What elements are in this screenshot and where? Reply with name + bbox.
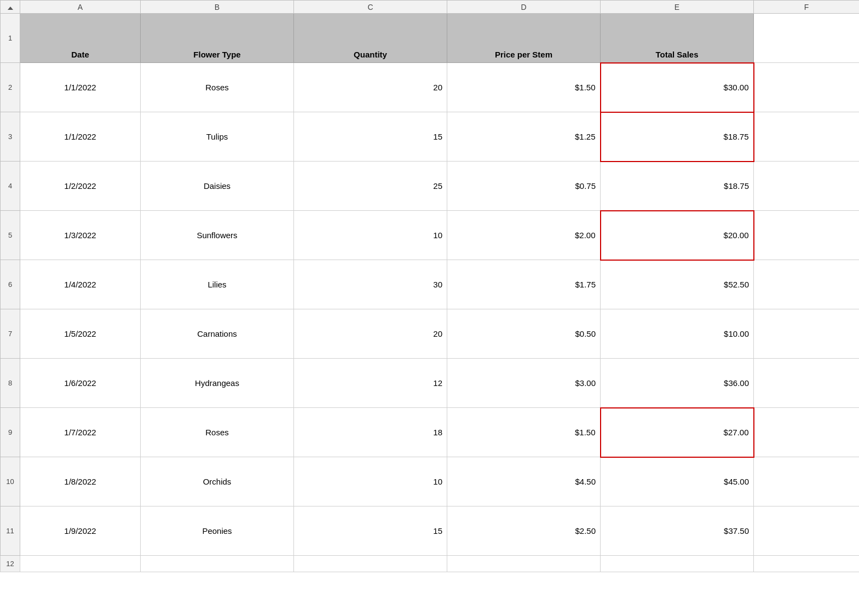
- table-row: 111/9/2022Peonies15$2.50$37.50: [1, 506, 860, 556]
- cell-col-f: [754, 162, 860, 211]
- cell-date[interactable]: 1/1/2022: [20, 112, 141, 162]
- cell-price[interactable]: $1.50: [447, 408, 601, 457]
- cell-flower-type[interactable]: Daisies: [141, 162, 294, 211]
- empty-row: 12: [1, 556, 860, 572]
- table-row: 91/7/2022Roses18$1.50$27.00: [1, 408, 860, 457]
- cell-quantity[interactable]: 20: [294, 309, 447, 359]
- cell-quantity[interactable]: 18: [294, 408, 447, 457]
- cell-price[interactable]: $2.00: [447, 211, 601, 260]
- col-b-header[interactable]: B: [141, 1, 294, 14]
- row-num-11: 11: [1, 506, 20, 556]
- header-flower-type[interactable]: Flower Type: [141, 14, 294, 63]
- cell-flower-type[interactable]: Lilies: [141, 260, 294, 309]
- table-row: 101/8/2022Orchids10$4.50$45.00: [1, 457, 860, 506]
- cell-total-sales[interactable]: $18.75: [601, 162, 754, 211]
- cell-total-sales[interactable]: $36.00: [601, 359, 754, 408]
- header-date[interactable]: Date: [20, 14, 141, 63]
- cell-price[interactable]: $2.50: [447, 506, 601, 556]
- cell-price[interactable]: $1.50: [447, 63, 601, 112]
- table-row: 51/3/2022Sunflowers10$2.00$20.00: [1, 211, 860, 260]
- cell-flower-type[interactable]: Roses: [141, 63, 294, 112]
- row-num-4: 4: [1, 162, 20, 211]
- header-col-f: [754, 14, 860, 63]
- header-quantity[interactable]: Quantity: [294, 14, 447, 63]
- row-num-8: 8: [1, 359, 20, 408]
- cell-date[interactable]: 1/1/2022: [20, 63, 141, 112]
- cell-quantity[interactable]: 20: [294, 63, 447, 112]
- cell-flower-type[interactable]: Roses: [141, 408, 294, 457]
- cell-quantity[interactable]: 10: [294, 211, 447, 260]
- cell-date[interactable]: 1/6/2022: [20, 359, 141, 408]
- spreadsheet-container: A B C D E F 1 Date Flower Type Quantity …: [0, 0, 859, 616]
- cell-col-f: [754, 211, 860, 260]
- corner-cell: [1, 1, 20, 14]
- cell-date[interactable]: 1/4/2022: [20, 260, 141, 309]
- column-header-row: A B C D E F: [1, 1, 860, 14]
- cell-total-sales[interactable]: $10.00: [601, 309, 754, 359]
- cell-total-sales[interactable]: $20.00: [601, 211, 754, 260]
- cell-price[interactable]: $4.50: [447, 457, 601, 506]
- cell-quantity[interactable]: 15: [294, 506, 447, 556]
- table-row: 21/1/2022Roses20$1.50$30.00: [1, 63, 860, 112]
- cell-flower-type[interactable]: Peonies: [141, 506, 294, 556]
- row-num-9: 9: [1, 408, 20, 457]
- row-num-6: 6: [1, 260, 20, 309]
- table-row: 81/6/2022Hydrangeas12$3.00$36.00: [1, 359, 860, 408]
- row-num-1: 1: [1, 14, 20, 63]
- cell-price[interactable]: $0.75: [447, 162, 601, 211]
- col-a-header[interactable]: A: [20, 1, 141, 14]
- cell-total-sales[interactable]: $27.00: [601, 408, 754, 457]
- cell-total-sales[interactable]: $30.00: [601, 63, 754, 112]
- col-f-header[interactable]: F: [754, 1, 860, 14]
- cell-total-sales[interactable]: $52.50: [601, 260, 754, 309]
- sort-arrow-icon: [8, 7, 13, 10]
- cell-col-f: [754, 260, 860, 309]
- col-c-header[interactable]: C: [294, 1, 447, 14]
- cell-quantity[interactable]: 15: [294, 112, 447, 162]
- cell-flower-type[interactable]: Hydrangeas: [141, 359, 294, 408]
- col-d-header[interactable]: D: [447, 1, 601, 14]
- cell-date[interactable]: 1/7/2022: [20, 408, 141, 457]
- header-total-sales[interactable]: Total Sales: [601, 14, 754, 63]
- cell-flower-type[interactable]: Tulips: [141, 112, 294, 162]
- empty-cell: [141, 556, 294, 572]
- cell-price[interactable]: $1.25: [447, 112, 601, 162]
- cell-price[interactable]: $1.75: [447, 260, 601, 309]
- spreadsheet-body: 1 Date Flower Type Quantity Price per St…: [1, 14, 860, 572]
- row-num-5: 5: [1, 211, 20, 260]
- empty-cell: [447, 556, 601, 572]
- cell-flower-type[interactable]: Orchids: [141, 457, 294, 506]
- cell-col-f: [754, 309, 860, 359]
- data-header-row: 1 Date Flower Type Quantity Price per St…: [1, 14, 860, 63]
- cell-col-f: [754, 63, 860, 112]
- cell-col-f: [754, 506, 860, 556]
- cell-date[interactable]: 1/5/2022: [20, 309, 141, 359]
- cell-quantity[interactable]: 30: [294, 260, 447, 309]
- cell-quantity[interactable]: 25: [294, 162, 447, 211]
- cell-quantity[interactable]: 12: [294, 359, 447, 408]
- table-row: 71/5/2022Carnations20$0.50$10.00: [1, 309, 860, 359]
- cell-total-sales[interactable]: $37.50: [601, 506, 754, 556]
- cell-date[interactable]: 1/3/2022: [20, 211, 141, 260]
- header-price-per-stem[interactable]: Price per Stem: [447, 14, 601, 63]
- cell-price[interactable]: $0.50: [447, 309, 601, 359]
- cell-flower-type[interactable]: Carnations: [141, 309, 294, 359]
- cell-price[interactable]: $3.00: [447, 359, 601, 408]
- cell-total-sales[interactable]: $18.75: [601, 112, 754, 162]
- row-num-2: 2: [1, 63, 20, 112]
- row-num-7: 7: [1, 309, 20, 359]
- table-row: 41/2/2022Daisies25$0.75$18.75: [1, 162, 860, 211]
- cell-date[interactable]: 1/9/2022: [20, 506, 141, 556]
- cell-total-sales[interactable]: $45.00: [601, 457, 754, 506]
- empty-cell: [294, 556, 447, 572]
- cell-quantity[interactable]: 10: [294, 457, 447, 506]
- row-num-12: 12: [1, 556, 20, 572]
- col-e-header[interactable]: E: [601, 1, 754, 14]
- cell-flower-type[interactable]: Sunflowers: [141, 211, 294, 260]
- table-row: 31/1/2022Tulips15$1.25$18.75: [1, 112, 860, 162]
- cell-date[interactable]: 1/2/2022: [20, 162, 141, 211]
- cell-col-f: [754, 112, 860, 162]
- empty-cell: [20, 556, 141, 572]
- cell-col-f: [754, 457, 860, 506]
- cell-date[interactable]: 1/8/2022: [20, 457, 141, 506]
